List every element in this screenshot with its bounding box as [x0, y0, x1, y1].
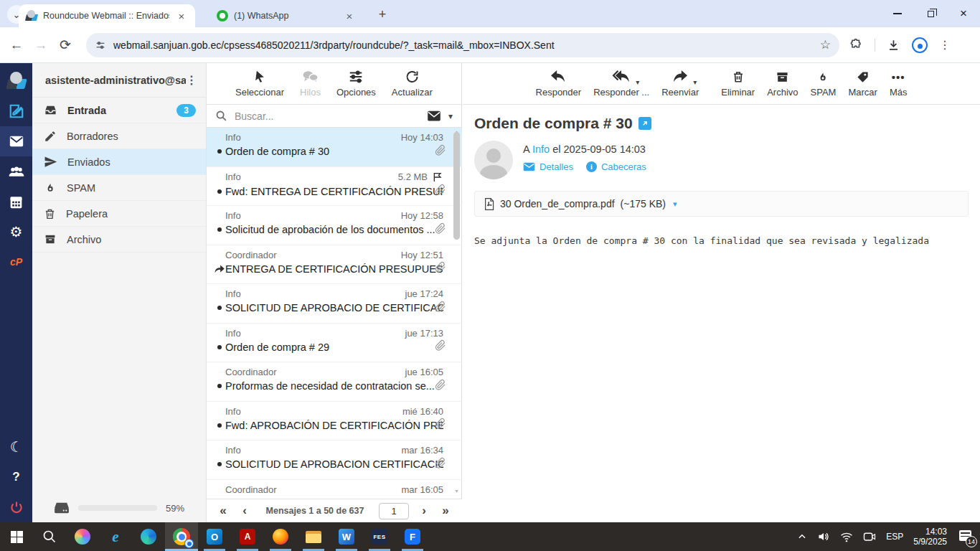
- downloads-icon[interactable]: [887, 38, 900, 52]
- taskbar-word-button[interactable]: W: [330, 522, 363, 551]
- dark-mode-button[interactable]: ☾: [0, 432, 32, 462]
- language-indicator[interactable]: ESP: [886, 532, 903, 542]
- taskbar-edge-button[interactable]: [132, 522, 165, 551]
- attachment-bar[interactable]: 30 Orden_de_compra.pdf (~175 KB) ▾: [474, 191, 969, 217]
- next-page-button[interactable]: ›: [415, 504, 433, 518]
- taskbar-chrome-button[interactable]: [165, 522, 198, 551]
- threads-button[interactable]: Hilos: [300, 69, 321, 98]
- tab-roundcube[interactable]: Roundcube Webmail :: Enviados ×: [19, 4, 195, 27]
- open-in-new-window-icon[interactable]: [639, 117, 651, 130]
- forward-button[interactable]: →: [29, 37, 53, 53]
- rail-mail-button[interactable]: [0, 126, 32, 156]
- extensions-icon[interactable]: [849, 38, 863, 52]
- rail-calendar-button[interactable]: [0, 187, 32, 217]
- taskbar-outlook-button[interactable]: O: [198, 522, 231, 551]
- taskbar-fapp-button[interactable]: F: [396, 522, 429, 551]
- paperclip-icon: [434, 222, 446, 237]
- prev-page-button[interactable]: ‹: [235, 504, 254, 518]
- delete-button[interactable]: Eliminar: [721, 69, 755, 98]
- message-row[interactable]: Coordinadorjue 16:05 Proformas de necesi…: [207, 362, 462, 402]
- compose-button[interactable]: [0, 96, 32, 126]
- taskbar-explorer-button[interactable]: [297, 522, 330, 551]
- minimize-button[interactable]: [881, 0, 914, 27]
- select-button[interactable]: Seleccionar: [235, 69, 284, 98]
- message-row[interactable]: Info 5.2 MB Fwd: ENTREGA DE CERTIFICACIÓ…: [207, 167, 462, 207]
- message-row[interactable]: Infomar 16:34 SOLICITUD DE APROBACION CE…: [207, 441, 462, 480]
- new-tab-button[interactable]: +: [373, 5, 392, 24]
- spam-button[interactable]: SPAM: [811, 69, 837, 98]
- headers-button[interactable]: i Cabeceras: [586, 161, 646, 172]
- start-button[interactable]: [0, 522, 33, 551]
- help-button[interactable]: ?: [0, 462, 32, 492]
- row-date: Hoy 14:03: [401, 132, 443, 143]
- attachment-name[interactable]: 30 Orden_de_compra.pdf: [500, 198, 615, 209]
- search-scope-mail-icon[interactable]: [427, 110, 441, 122]
- folder-borradores[interactable]: Borradores: [32, 123, 206, 149]
- message-row[interactable]: Infojue 17:24 SOLICITUD DE APROBACIO DE …: [207, 284, 462, 324]
- wifi-icon[interactable]: [840, 532, 853, 542]
- logout-button[interactable]: [0, 492, 32, 522]
- close-window-button[interactable]: ×: [947, 0, 980, 27]
- attachment-menu-caret[interactable]: ▾: [673, 199, 677, 209]
- taskbar-fes-button[interactable]: FES: [363, 522, 396, 551]
- more-button[interactable]: ••• Más: [890, 69, 908, 98]
- restore-button[interactable]: [914, 0, 947, 27]
- forward-button[interactable]: ▾ Reenviar: [661, 69, 699, 98]
- message-row[interactable]: CoordinadorHoy 12:51 ENTREGA DE CERTIFIC…: [207, 245, 462, 285]
- clock[interactable]: 14:03 5/9/2025: [913, 527, 947, 547]
- paperclip-icon: [434, 261, 446, 276]
- browser-menu-icon[interactable]: ⋮: [939, 38, 951, 52]
- message-row[interactable]: InfoHoy 12:58 Solicitud de aprobación de…: [207, 206, 462, 245]
- reply-all-caret[interactable]: ▾: [636, 78, 639, 86]
- rail-settings-button[interactable]: ⚙: [0, 217, 32, 247]
- rail-contacts-button[interactable]: [0, 156, 32, 187]
- folder-spam[interactable]: SPAM: [32, 175, 206, 201]
- taskbar-firefox-button[interactable]: [264, 522, 297, 551]
- back-button[interactable]: ←: [4, 37, 29, 53]
- scroll-down-icon[interactable]: ▼: [454, 489, 459, 494]
- last-page-button[interactable]: »: [436, 504, 455, 518]
- profile-icon[interactable]: [912, 37, 928, 53]
- tray-expand-icon[interactable]: [797, 532, 807, 542]
- reply-all-button[interactable]: ▾ Responder ...: [593, 69, 649, 98]
- address-bar[interactable]: webmail.sanjuan.gob.ec/cpsess4685020211/…: [86, 33, 839, 57]
- refresh-button[interactable]: Actualizar: [392, 69, 433, 98]
- search-options-chevron[interactable]: ▾: [448, 111, 453, 121]
- cpanel-icon[interactable]: cP: [0, 247, 32, 277]
- folder-papelera[interactable]: Papelera: [32, 201, 206, 227]
- details-button[interactable]: Detalles: [523, 161, 573, 172]
- list-scrollbar[interactable]: [453, 132, 460, 240]
- close-tab-icon[interactable]: ×: [343, 9, 356, 22]
- reply-button[interactable]: Responder: [536, 69, 582, 98]
- taskbar-copilot-button[interactable]: [66, 522, 99, 551]
- site-settings-icon[interactable]: [95, 39, 106, 51]
- options-button[interactable]: Opciones: [336, 69, 376, 98]
- reply-icon: [550, 70, 566, 84]
- message-row[interactable]: Coordinadormar 16:05: [207, 480, 462, 499]
- folder-enviados[interactable]: Enviados: [32, 149, 206, 175]
- archive-button[interactable]: Archivo: [767, 69, 798, 98]
- refresh-label: Actualizar: [392, 87, 433, 98]
- account-menu-icon[interactable]: ⋮: [186, 73, 197, 87]
- taskbar-acrobat-button[interactable]: A: [231, 522, 264, 551]
- taskbar-search-button[interactable]: [33, 522, 66, 551]
- bookmark-star-icon[interactable]: ☆: [820, 37, 831, 52]
- notification-center-button[interactable]: 14: [957, 530, 973, 543]
- recipient-link[interactable]: Info: [532, 143, 550, 155]
- tab-whatsapp[interactable]: (1) WhatsApp ×: [209, 4, 363, 27]
- message-row[interactable]: InfoHoy 14:03 Orden de compra # 30: [207, 128, 462, 167]
- meet-now-icon[interactable]: [863, 532, 876, 542]
- reload-button[interactable]: ⟳: [53, 37, 77, 53]
- folder-archivo[interactable]: Archivo: [32, 227, 206, 253]
- message-row[interactable]: Infojue 17:13 Orden de compra # 29: [207, 324, 462, 363]
- forward-caret[interactable]: ▾: [693, 78, 697, 86]
- close-tab-icon[interactable]: ×: [175, 9, 188, 22]
- first-page-button[interactable]: «: [214, 504, 232, 518]
- mark-button[interactable]: Marcar: [848, 69, 877, 98]
- message-row[interactable]: Infomié 16:40 Fwd: APROBACIÓN DE CERTIFI…: [207, 402, 462, 441]
- page-input[interactable]: [379, 503, 409, 519]
- folder-entrada[interactable]: Entrada 3: [32, 98, 206, 123]
- taskbar-ie-button[interactable]: e: [99, 522, 132, 551]
- search-input[interactable]: [235, 110, 420, 122]
- volume-icon[interactable]: [817, 531, 830, 542]
